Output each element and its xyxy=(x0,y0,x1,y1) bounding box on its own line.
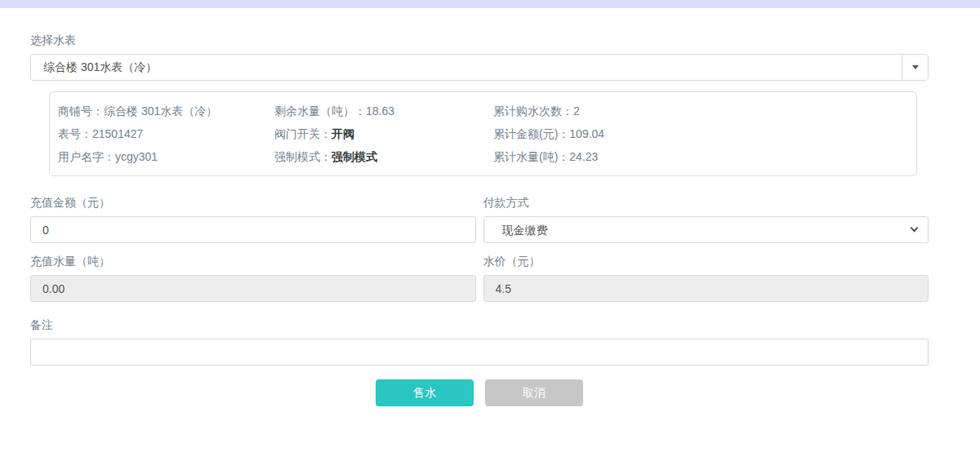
remark-input[interactable] xyxy=(30,339,929,366)
info-label: 累计购水次数： xyxy=(493,104,573,117)
info-label: 剩余水量（吨）： xyxy=(274,104,366,117)
remark-field: 备注 xyxy=(30,318,929,366)
info-label: 表号： xyxy=(58,127,92,140)
info-value: 综合楼 301水表（冷） xyxy=(104,104,217,117)
recharge-amount-input[interactable] xyxy=(30,216,476,243)
meter-select-label: 选择水表 xyxy=(30,33,929,47)
cancel-button[interactable]: 取消 xyxy=(485,379,583,406)
info-cell-total-amount: 累计金额(元)：109.04 xyxy=(493,122,916,145)
info-label: 商铺号： xyxy=(58,104,104,117)
action-buttons: 售水 取消 xyxy=(30,379,929,406)
info-value: ycgy301 xyxy=(115,150,158,163)
meter-info-panel: 商铺号：综合楼 301水表（冷） 剩余水量（吨）：18.63 累计购水次数：2 … xyxy=(49,91,917,176)
info-value: 24.23 xyxy=(569,150,598,163)
water-price-input xyxy=(483,275,929,302)
info-label: 用户名字： xyxy=(58,150,115,163)
payment-method-field: 付款方式 现金缴费 xyxy=(483,176,929,243)
info-cell-force-mode: 强制模式：强制模式 xyxy=(274,145,493,168)
meter-combobox-value[interactable]: 综合楼 301水表（冷） xyxy=(31,55,902,80)
info-value: 开阀 xyxy=(332,127,354,140)
info-label: 强制模式： xyxy=(274,150,332,163)
form-row-volume-price: 充值水量（吨） 水价（元） xyxy=(30,243,929,302)
meter-combobox[interactable]: 综合楼 301水表（冷） xyxy=(30,54,929,81)
sell-water-button[interactable]: 售水 xyxy=(376,379,474,406)
recharge-volume-label: 充值水量（吨） xyxy=(30,255,476,268)
recharge-volume-field: 充值水量（吨） xyxy=(30,243,476,302)
info-value: 强制模式 xyxy=(332,150,377,163)
info-cell-valve-status: 阀门开关：开阀 xyxy=(274,122,493,145)
recharge-volume-input xyxy=(30,275,476,302)
water-price-label: 水价（元） xyxy=(483,255,929,268)
recharge-amount-label: 充值金额（元） xyxy=(30,196,476,210)
info-value: 109.04 xyxy=(569,127,604,140)
info-cell-meter-number: 表号：21501427 xyxy=(58,122,274,145)
info-value: 2 xyxy=(573,104,580,117)
payment-method-select-wrap: 现金缴费 xyxy=(483,216,929,243)
info-cell-purchase-count: 累计购水次数：2 xyxy=(493,100,916,122)
meter-combobox-caret-button[interactable] xyxy=(902,55,928,80)
info-value: 18.63 xyxy=(366,104,394,117)
info-cell-total-water: 累计水量(吨)：24.23 xyxy=(493,145,916,168)
caret-down-icon xyxy=(912,65,919,69)
water-sale-form: 选择水表 综合楼 301水表（冷） 商铺号：综合楼 301水表（冷） 剩余水量（… xyxy=(0,33,980,406)
info-cell-username: 用户名字：ycgy301 xyxy=(58,145,274,168)
recharge-amount-field: 充值金额（元） xyxy=(30,176,476,243)
remark-label: 备注 xyxy=(30,318,929,332)
payment-method-select[interactable]: 现金缴费 xyxy=(483,216,929,243)
water-price-field: 水价（元） xyxy=(483,243,929,302)
info-cell-shop-number: 商铺号：综合楼 301水表（冷） xyxy=(58,100,274,122)
info-label: 累计金额(元)： xyxy=(493,127,569,140)
payment-method-label: 付款方式 xyxy=(483,196,929,210)
top-accent-bar xyxy=(0,0,980,8)
info-label: 累计水量(吨)： xyxy=(493,150,569,163)
info-label: 阀门开关： xyxy=(274,127,332,140)
info-value: 21501427 xyxy=(92,127,143,140)
form-row-amount-payment: 充值金额（元） 付款方式 现金缴费 xyxy=(30,176,929,243)
info-cell-remaining-water: 剩余水量（吨）：18.63 xyxy=(274,100,493,122)
